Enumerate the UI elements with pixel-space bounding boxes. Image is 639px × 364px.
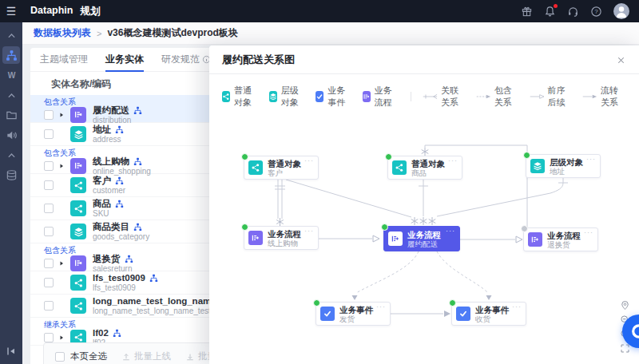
relation-graph-icon[interactable]	[149, 274, 158, 283]
relation-graph-icon[interactable]	[115, 176, 124, 185]
row-checkbox[interactable]	[44, 110, 54, 120]
sidebar-item chevron-up-icon[interactable]	[2, 146, 20, 164]
diagram-node-customer[interactable]: 普通对象 客户 ···	[244, 156, 319, 180]
diagram-node-distribution[interactable]: 业务流程 履约配送 ···	[383, 226, 460, 251]
relation-graph-icon[interactable]	[133, 106, 142, 115]
more-icon[interactable]: ···	[584, 228, 593, 236]
diagram-node-ship[interactable]: 业务事件 发货 ···	[316, 302, 391, 326]
row-checkbox[interactable]	[44, 204, 54, 213]
row-checkbox[interactable]	[44, 278, 54, 287]
more-icon[interactable]: ···	[304, 227, 314, 235]
row-checkbox[interactable]	[44, 180, 54, 190]
node-name: 退换货	[547, 240, 581, 249]
node-type-label: 普通对象	[411, 159, 445, 168]
node-name: 线上购物	[268, 239, 301, 247]
sidebar-item speaker-icon[interactable]	[2, 126, 20, 144]
svg-text:W: W	[7, 71, 15, 80]
sidebar-item database-icon[interactable]	[2, 166, 20, 184]
bell-icon[interactable]	[544, 6, 556, 18]
expand-caret-icon[interactable]	[56, 260, 66, 267]
expand-caret-icon[interactable]	[56, 112, 66, 118]
more-icon[interactable]: ···	[586, 155, 596, 163]
tab-2[interactable]: 研发规范	[161, 48, 211, 72]
entity-code: online_shopping	[93, 167, 151, 176]
status-dot	[241, 153, 248, 160]
diagram-node-salesreturn[interactable]: 业务流程 退换货 ···	[523, 228, 598, 251]
row-checkbox[interactable]	[44, 301, 54, 311]
node-text: 层级对象 地址	[550, 157, 583, 176]
entity-name: lfs_test0909	[93, 273, 145, 283]
entity-text: 商品类目 goods_category	[93, 222, 149, 241]
legend-edge-contain: 包含关系	[476, 85, 520, 109]
status-dot	[523, 152, 530, 159]
legend-node-hierarchy: 层级对象	[269, 85, 307, 109]
module-name: 规划	[80, 5, 100, 18]
more-icon[interactable]: ···	[446, 227, 455, 235]
breadcrumb-parent[interactable]: 数据板块列表	[34, 26, 91, 40]
node-name: 收货	[475, 315, 509, 323]
diagram-node-sku[interactable]: 普通对象 商品 ···	[387, 156, 462, 180]
more-icon[interactable]: ···	[448, 156, 458, 164]
relation-graph-modal: 普通对象 客户 ··· 普通对象 商品 ··· 层级对象 地址 ···	[209, 46, 639, 364]
batch-action upload-icon[interactable]: 批量上线	[121, 350, 171, 362]
node-type-label: 普通对象	[268, 159, 301, 168]
notification-badge	[554, 4, 558, 8]
legend-node-object: 普通对象	[222, 85, 260, 109]
select-all[interactable]: 本页全选	[55, 350, 107, 362]
relation-graph-icon[interactable]	[125, 255, 133, 263]
entity-text: lfs_test0909 lfs_test0909	[93, 273, 158, 292]
event-icon	[320, 307, 335, 321]
entity-text: 地址 address	[93, 125, 124, 144]
entity-code: salesreturn	[93, 264, 133, 273]
breadcrumb-current: v36概念建模测试devprod板块	[107, 26, 237, 40]
sidebar-item chevron-up-icon[interactable]	[2, 26, 20, 44]
legend-label: 普通对象	[234, 85, 260, 109]
entity-name: 履约配送	[93, 105, 129, 116]
tab-0[interactable]: 主题域管理	[40, 48, 88, 72]
legend: 普通对象层级对象业务事件业务流程关联关系包含关系前序后续流转关系	[209, 74, 639, 109]
relation-graph-icon[interactable]	[115, 125, 124, 134]
sidebar-item org-chart-icon[interactable]	[2, 46, 20, 64]
entity-type-icon object	[70, 275, 86, 291]
help-icon[interactable]: ?	[590, 6, 602, 18]
relation-graph-icon[interactable]	[113, 329, 121, 338]
diagram-node-address[interactable]: 层级对象 地址 ···	[526, 154, 601, 178]
row-checkbox[interactable]	[44, 129, 54, 139]
expand-caret-icon[interactable]	[56, 163, 66, 169]
collapse-icon[interactable]	[5, 345, 18, 358]
legend-label: 业务流程	[375, 85, 400, 109]
sidebar-item chevron-up-icon[interactable]	[2, 86, 20, 104]
row-checkbox[interactable]	[44, 161, 54, 171]
location-icon[interactable]	[620, 299, 630, 310]
relation-graph-icon[interactable]	[133, 223, 142, 231]
status-dot	[241, 224, 248, 231]
gift-icon[interactable]	[521, 6, 533, 18]
entity-text: 线上购物 online_shopping	[93, 156, 151, 176]
breadcrumb: 数据板块列表 > v36概念建模测试devprod板块	[22, 22, 639, 45]
row-checkbox[interactable]	[44, 259, 54, 268]
relation-graph-icon[interactable]	[115, 200, 124, 208]
row-checkbox[interactable]	[44, 227, 54, 236]
more-icon[interactable]: ···	[512, 303, 522, 311]
tab-label: 业务实体	[105, 53, 144, 66]
row-checkbox[interactable]	[44, 333, 54, 342]
relation-graph-icon[interactable]	[133, 157, 142, 166]
tab-1[interactable]: 业务实体	[105, 48, 144, 72]
diagram-node-receive[interactable]: 业务事件 收货 ···	[451, 302, 526, 326]
more-icon[interactable]: ···	[376, 303, 386, 311]
menu-icon[interactable]: ☰	[0, 0, 22, 22]
entity-code: goods_category	[93, 232, 149, 241]
sidebar-item letter-w-icon[interactable]: W	[2, 66, 20, 84]
status-dot	[385, 153, 392, 160]
expand-caret-icon[interactable]	[56, 334, 66, 341]
process-icon	[388, 231, 403, 246]
select-all-checkbox[interactable]	[55, 352, 65, 362]
node-type-label: 业务流程	[407, 230, 441, 239]
sidebar-item folder-icon[interactable]	[2, 106, 20, 124]
diagram-node-online_shopping[interactable]: 业务流程 线上购物 ···	[244, 226, 319, 250]
entity-name: 退换货	[93, 254, 121, 264]
headset-icon[interactable]	[567, 6, 579, 18]
avatar[interactable]	[613, 3, 629, 19]
close-icon[interactable]	[616, 54, 626, 65]
more-icon[interactable]: ···	[304, 156, 314, 164]
